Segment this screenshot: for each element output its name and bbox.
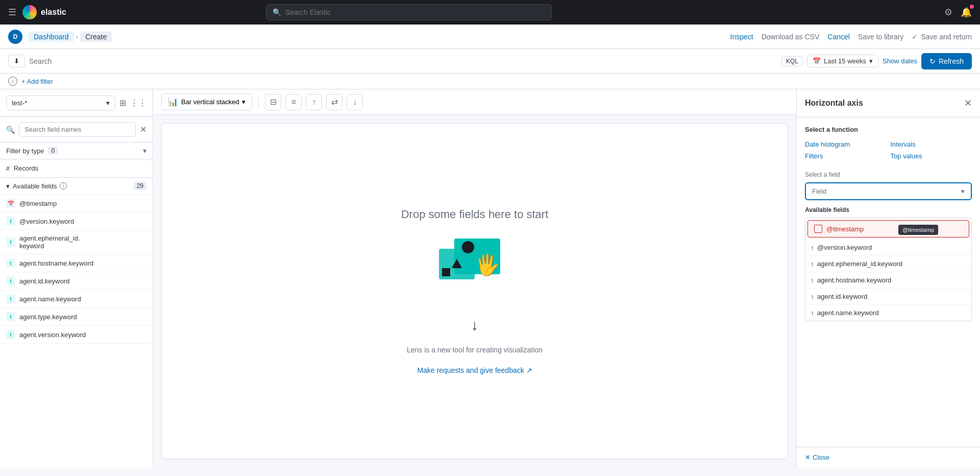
filter-type-label: Filter by type (6, 147, 44, 155)
field-name-label: agent.id.keyword (817, 293, 867, 300)
breadcrumb-dashboard[interactable]: Dashboard (29, 32, 74, 42)
global-search-bar[interactable]: 🔍 (266, 4, 552, 20)
chart-up-toolbar-button[interactable]: ↑ (306, 94, 322, 110)
index-pattern-dropdown[interactable]: test-* ▾ (6, 96, 115, 110)
save-library-link[interactable]: Save to library (858, 33, 903, 41)
cancel-link[interactable]: Cancel (827, 33, 850, 41)
date-histogram-link[interactable]: Date histogram (805, 139, 887, 149)
field-dropdown[interactable]: Field ▾ (805, 182, 972, 200)
illustration-triangle (452, 259, 462, 268)
feedback-link[interactable]: Make requests and give feedback ↗ (417, 366, 532, 374)
records-section: # Records (0, 159, 153, 178)
add-filter-bar: i + Add filter (0, 74, 980, 89)
global-search-input[interactable] (285, 8, 545, 16)
avatar: D (8, 30, 22, 44)
date-picker[interactable]: 📅 Last 15 weeks ▾ (807, 55, 878, 67)
field-checkbox-icon (814, 225, 822, 233)
date-range-label: Last 15 weeks (824, 57, 866, 65)
layer-toolbar-button[interactable]: ≡ (285, 94, 302, 110)
field-item[interactable]: t agent.id.keyword (0, 272, 153, 290)
filter-type-chevron-icon[interactable]: ▾ (143, 147, 146, 155)
grid-icon[interactable]: ⊞ (119, 98, 126, 108)
notifications-icon[interactable]: 🔔 (961, 7, 972, 18)
add-filter-link[interactable]: + Add filter (21, 78, 53, 85)
chart-down-toolbar-button[interactable]: ↓ (347, 94, 363, 110)
available-fields-section: Available fields @timestamp @timestamp t… (805, 206, 972, 321)
field-type-icon: t (812, 261, 813, 267)
kql-badge[interactable]: KQL (781, 56, 803, 66)
field-search-icon: 🔍 (6, 126, 15, 134)
chart-type-button[interactable]: 📊 Bar vertical stacked ▾ (161, 93, 252, 110)
settings-icon[interactable]: ⚙ (944, 7, 952, 18)
right-field-item[interactable]: t agent.ephemeral_id.keyword (805, 256, 971, 272)
drop-arrow-icon: ↓ (471, 317, 478, 334)
right-panel-title: Horizontal axis (805, 99, 863, 108)
field-name: agent.hostname.keyword (19, 259, 93, 267)
select-function-label: Select a function (805, 126, 972, 133)
hamburger-icon[interactable]: ☰ (8, 7, 16, 18)
field-item[interactable]: t agent.ephemeral_id.keyword (0, 230, 153, 254)
right-panel-header: Horizontal axis ✕ (797, 89, 980, 117)
field-type-t-icon: t (6, 294, 15, 303)
field-name-label: agent.hostname.keyword (817, 276, 891, 284)
field-type-icon: t (812, 245, 813, 251)
filter-type-count: 0 (48, 147, 58, 155)
field-name-label: agent.ephemeral_id.keyword (817, 260, 902, 268)
refresh-button[interactable]: ↻ Refresh (921, 53, 972, 69)
chart-chevron-icon: ▾ (242, 98, 246, 106)
index-filter-button[interactable]: ⬇ (8, 55, 25, 67)
bar-chart-icon: 📊 (168, 97, 178, 107)
available-fields-header: ▾ Available fields i 29 (0, 178, 153, 195)
close-link[interactable]: ✕ Close (805, 454, 829, 461)
expand-icon[interactable]: ▾ (6, 182, 10, 190)
field-item[interactable]: t agent.type.keyword (0, 308, 153, 326)
download-csv-link[interactable]: Download as CSV (762, 33, 820, 41)
filter-bar: ⬇ KQL 📅 Last 15 weeks ▾ Show dates ↻ Ref… (0, 49, 980, 74)
top-values-link[interactable]: Top values (891, 151, 972, 161)
right-field-item[interactable]: t @version.keyword (805, 240, 971, 256)
timestamp-tooltip: @timestamp (898, 225, 938, 235)
field-item[interactable]: 📅 @timestamp (0, 195, 153, 212)
check-icon: ✓ (912, 33, 918, 41)
notification-dot (970, 5, 974, 9)
field-item[interactable]: t agent.name.keyword (0, 290, 153, 308)
field-type-t-icon: t (6, 330, 15, 339)
available-fields-label: Available fields (13, 182, 57, 190)
index-pattern-label: test-* (12, 99, 27, 107)
field-search-area: 🔍 ✕ (0, 117, 153, 142)
field-name: @timestamp (19, 200, 57, 207)
breadcrumb-bar: D Dashboard › Create Inspect Download as… (0, 25, 980, 49)
chart-type-label: Bar vertical stacked (181, 98, 239, 106)
field-name: agent.type.keyword (19, 313, 77, 321)
field-item[interactable]: t agent.hostname.keyword (0, 254, 153, 272)
filter-toolbar-button[interactable]: ⊟ (265, 94, 281, 110)
right-field-item-timestamp[interactable]: @timestamp @timestamp (807, 220, 969, 237)
show-dates-button[interactable]: Show dates (883, 57, 917, 65)
info-icon-small[interactable]: i (60, 182, 67, 189)
breadcrumb-create: Create (80, 32, 112, 42)
calendar-icon: 📅 (813, 57, 821, 65)
close-panel-button[interactable]: ✕ (964, 98, 972, 109)
breadcrumb-links: Dashboard › Create (29, 32, 112, 42)
inspect-link[interactable]: Inspect (730, 33, 753, 41)
info-icon[interactable]: i (8, 77, 17, 86)
field-type-t-icon: t (6, 237, 15, 247)
filter-search-input[interactable] (29, 57, 777, 65)
top-nav-right: ⚙ 🔔 (944, 7, 972, 18)
field-type-icon: t (812, 294, 813, 300)
records-label: Records (14, 164, 38, 172)
swap-toolbar-button[interactable]: ⇄ (326, 94, 342, 110)
right-field-item[interactable]: t agent.id.keyword (805, 289, 971, 305)
field-item[interactable]: t @version.keyword (0, 212, 153, 230)
index-selector: test-* ▾ ⊞ ⋮⋮ (0, 89, 153, 117)
intervals-link[interactable]: Intervals (891, 139, 972, 149)
records-item[interactable]: # Records (6, 164, 146, 172)
field-search-input[interactable] (19, 122, 136, 137)
field-item[interactable]: t agent.version.keyword (0, 326, 153, 344)
right-field-item[interactable]: t agent.name.keyword (805, 305, 971, 321)
right-field-item[interactable]: t agent.hostname.keyword (805, 272, 971, 289)
clear-search-icon[interactable]: ✕ (140, 125, 146, 134)
filters-link[interactable]: Filters (805, 151, 887, 161)
save-and-return-button[interactable]: ✓ Save and return (912, 33, 972, 41)
more-options-icon[interactable]: ⋮⋮ (130, 98, 146, 108)
